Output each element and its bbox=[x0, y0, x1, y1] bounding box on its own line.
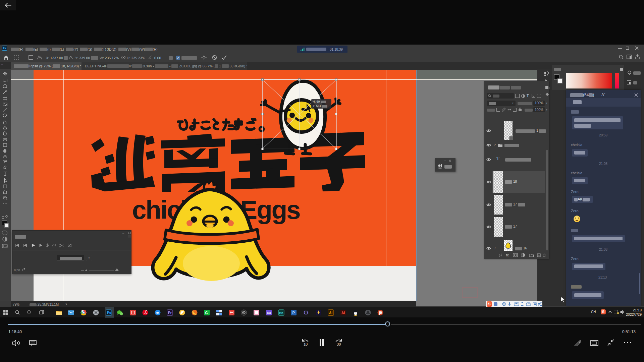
svg-text:fx: fx bbox=[506, 253, 509, 257]
svg-text:Ps: Ps bbox=[107, 311, 111, 315]
svg-text:10: 10 bbox=[304, 342, 308, 346]
svg-text:C: C bbox=[205, 311, 208, 315]
svg-text:Dn: Dn bbox=[279, 311, 283, 315]
svg-text:P: P bbox=[292, 311, 295, 315]
svg-text:Ai: Ai bbox=[329, 311, 332, 315]
svg-text:Ai: Ai bbox=[341, 311, 345, 315]
svg-text:eos: eos bbox=[267, 311, 271, 314]
svg-text:30: 30 bbox=[337, 342, 341, 346]
svg-text:Pr: Pr bbox=[168, 311, 172, 315]
